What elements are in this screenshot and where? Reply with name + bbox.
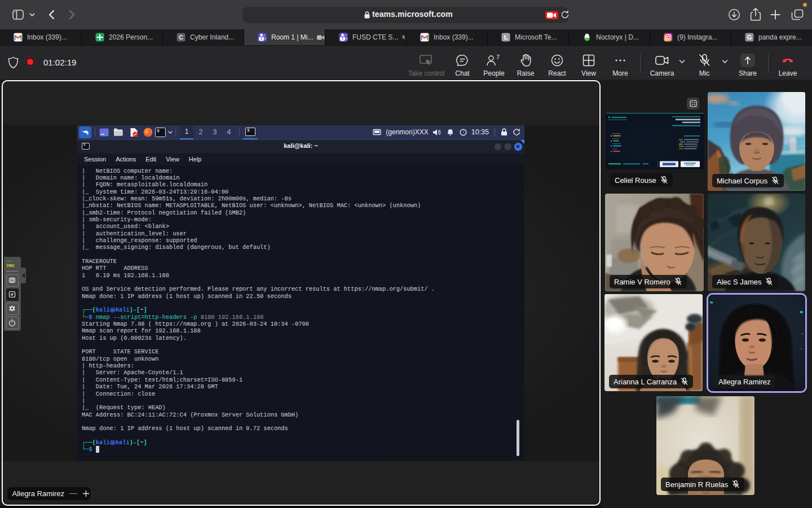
svg-text:7: 7 (496, 54, 500, 60)
svg-text:G: G (747, 34, 752, 41)
svg-text:C: C (179, 34, 183, 41)
svg-text:T: T (342, 37, 344, 41)
svg-text:L: L (504, 34, 508, 41)
svg-text:T: T (261, 37, 263, 41)
